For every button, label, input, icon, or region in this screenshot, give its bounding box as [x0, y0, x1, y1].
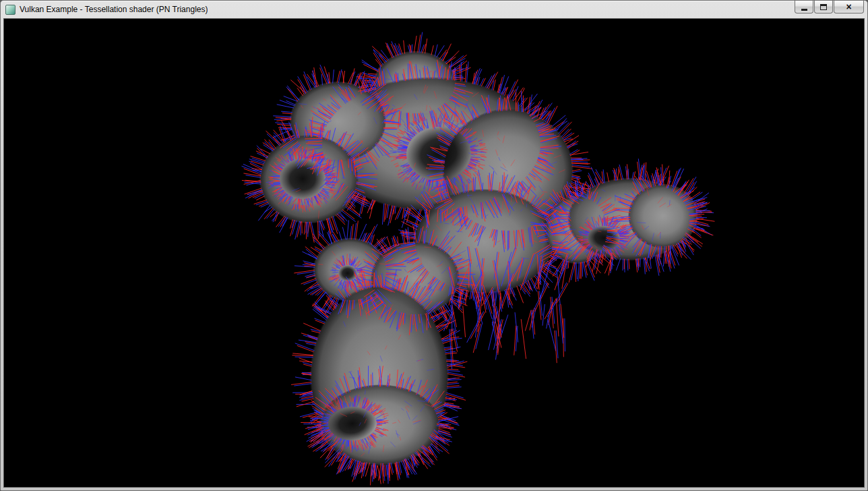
maximize-button[interactable] [814, 1, 833, 13]
close-icon: × [846, 2, 851, 11]
titlebar[interactable]: Vulkan Example - Tessellation shader (PN… [1, 1, 867, 18]
3d-viewport[interactable] [4, 19, 864, 487]
maximize-icon [820, 4, 827, 10]
window-controls: × [795, 1, 864, 13]
client-area [3, 18, 865, 488]
window-title: Vulkan Example - Tessellation shader (PN… [20, 5, 208, 14]
minimize-icon [801, 9, 807, 11]
app-icon[interactable] [5, 5, 16, 15]
close-button[interactable]: × [834, 1, 864, 13]
app-window: Vulkan Example - Tessellation shader (PN… [0, 0, 868, 491]
minimize-button[interactable] [795, 1, 813, 13]
